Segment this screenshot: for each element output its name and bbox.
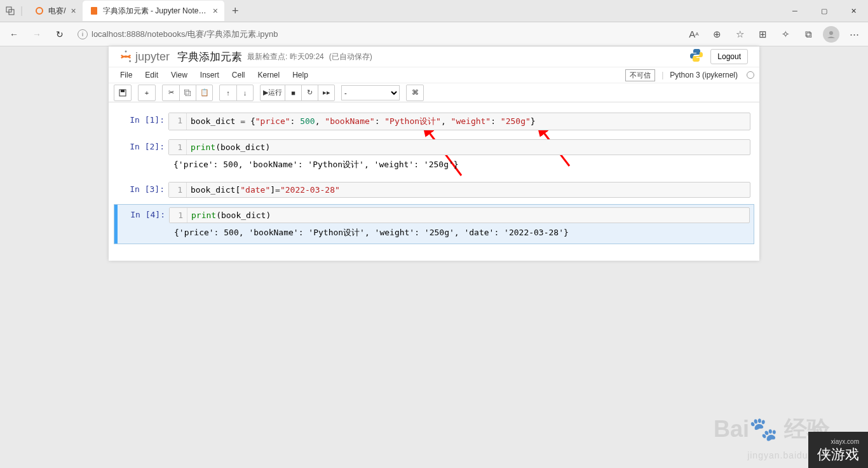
menu-help[interactable]: Help [286, 71, 315, 79]
cut-button[interactable]: ✂ [163, 85, 179, 100]
corner-badge-url: xiayx.com [817, 438, 859, 445]
close-icon[interactable]: × [213, 6, 218, 16]
browser-tab-2[interactable]: 字典添加元素 - Jupyter Noteboo × [83, 1, 224, 21]
cell-prompt: In [3]: [114, 182, 168, 194]
site-info-icon[interactable]: i [78, 29, 88, 39]
menu-kernel[interactable]: Kernel [252, 71, 287, 79]
close-icon[interactable]: × [71, 6, 76, 16]
save-button[interactable] [114, 85, 131, 100]
profile-avatar[interactable] [821, 24, 841, 45]
svg-rect-8 [121, 90, 125, 92]
url-host: localhost:8888 [92, 29, 145, 39]
jupyter-logo-text: jupyter [135, 50, 170, 64]
favorite-icon[interactable]: ☆ [729, 24, 750, 45]
toolbar: + ✂ ⿻ 📋 ↑ ↓ ▶ 运行 ■ ↻ ▸▸ - ⌘ [109, 83, 759, 102]
code-cell-4[interactable]: In [4]:1print(book_dict){'price': 500, '… [114, 204, 754, 244]
collections-icon[interactable]: ⧉ [798, 24, 818, 45]
jupyter-logo-icon [119, 50, 133, 64]
more-icon[interactable]: ⋯ [844, 24, 864, 45]
extensions-icon[interactable]: ⊞ [752, 24, 773, 45]
paste-button[interactable]: 📋 [196, 85, 212, 100]
command-palette-button[interactable]: ⌘ [407, 85, 423, 100]
code-cell-3[interactable]: In [3]:1book_dict["date"]="2022-03-28" [114, 179, 754, 200]
code-input[interactable]: 1book_dict = {"price": 500, "bookName": … [168, 113, 750, 130]
code-line[interactable]: print(book_dict) [187, 140, 274, 155]
menu-edit[interactable]: Edit [139, 71, 165, 79]
move-up-button[interactable]: ↑ [220, 85, 236, 100]
svg-point-5 [125, 50, 127, 52]
notebook-cells: In [1]:1book_dict = {"price": 500, "book… [109, 102, 759, 261]
svg-point-4 [829, 31, 833, 35]
cell-prompt: In [1]: [114, 113, 168, 125]
code-cell-2[interactable]: In [2]:1print(book_dict){'price': 500, '… [114, 137, 754, 176]
code-line[interactable]: book_dict = {"price": 500, "bookName": "… [187, 113, 539, 130]
line-number: 1 [169, 113, 187, 130]
kernel-status-icon [747, 71, 754, 79]
menu-insert[interactable]: Insert [194, 71, 226, 79]
run-button[interactable]: ▶ 运行 [261, 85, 285, 100]
jupyter-logo[interactable]: jupyter [119, 50, 170, 64]
python-logo-icon [689, 48, 704, 65]
text-size-icon[interactable]: AA [684, 24, 704, 45]
code-input[interactable]: 1print(book_dict) [168, 139, 750, 155]
address-bar[interactable]: i localhost:8888 /notebooks/电赛/字典添加元素.ip… [72, 25, 681, 43]
line-number: 1 [169, 182, 187, 197]
svg-point-2 [36, 8, 43, 14]
tab-title: 电赛/ [48, 6, 65, 17]
cell-output: {'price': 500, 'bookName': 'Python设计', '… [114, 224, 754, 241]
tab-title: 字典添加元素 - Jupyter Noteboo [103, 6, 208, 17]
back-button[interactable]: ← [4, 24, 24, 45]
jupyter-header: jupyter 字典添加元素 最新检查点: 昨天09:24 (已自动保存) Lo… [109, 46, 759, 67]
browser-toolbar: ← → ↻ i localhost:8888 /notebooks/电赛/字典添… [0, 22, 868, 46]
line-number: 1 [169, 140, 187, 155]
line-number: 1 [170, 208, 187, 223]
restart-button[interactable]: ↻ [301, 85, 318, 100]
copy-button[interactable]: ⿻ [179, 85, 196, 100]
browser-tab-strip: | 电赛/ × 字典添加元素 - Jupyter Noteboo × + ─ ▢… [0, 0, 868, 22]
notebook-name[interactable]: 字典添加元素 [177, 50, 242, 64]
code-line[interactable]: book_dict["date"]="2022-03-28" [187, 182, 344, 197]
move-down-button[interactable]: ↓ [236, 85, 253, 100]
stop-button[interactable]: ■ [285, 85, 301, 100]
add-cell-button[interactable]: + [139, 85, 155, 100]
menu-file[interactable]: File [114, 71, 139, 79]
svg-rect-3 [91, 7, 97, 15]
corner-badge: xiayx.com 侠游戏 [808, 432, 868, 468]
refresh-button[interactable]: ↻ [50, 24, 70, 45]
fast-forward-button[interactable]: ▸▸ [318, 85, 334, 100]
notebook-favicon-icon [89, 6, 99, 16]
browser-tab-1[interactable]: 电赛/ × [28, 1, 83, 21]
tab-actions-icon[interactable] [5, 6, 15, 16]
url-path: /notebooks/电赛/字典添加元素.ipynb [145, 29, 278, 40]
cell-prompt: In [2]: [114, 139, 168, 151]
menu-view[interactable]: View [165, 71, 194, 79]
code-line[interactable]: print(book_dict) [187, 208, 275, 223]
cell-type-select[interactable]: - [341, 85, 400, 100]
kernel-name[interactable]: Python 3 (ipykernel) [670, 71, 738, 79]
code-cell-1[interactable]: In [1]:1book_dict = {"price": 500, "book… [114, 110, 754, 133]
corner-badge-text: 侠游戏 [817, 446, 859, 462]
code-input[interactable]: 1book_dict["date"]="2022-03-28" [168, 182, 750, 198]
close-window-button[interactable]: ✕ [839, 0, 868, 22]
maximize-button[interactable]: ▢ [810, 0, 839, 22]
cell-output: {'price': 500, 'bookName': 'Python设计', '… [114, 156, 754, 173]
new-tab-button[interactable]: + [224, 4, 247, 18]
zoom-icon[interactable]: ⊕ [707, 24, 727, 45]
logout-button[interactable]: Logout [710, 49, 748, 64]
menubar: File Edit View Insert Cell Kernel Help 不… [109, 67, 759, 83]
code-input[interactable]: 1print(book_dict) [169, 207, 750, 223]
jupyter-favicon-icon [34, 6, 44, 16]
minimize-button[interactable]: ─ [780, 0, 810, 22]
svg-point-6 [129, 60, 131, 62]
favorites-bar-icon[interactable]: ✧ [775, 24, 796, 45]
autosave-status: (已自动保存) [329, 52, 372, 62]
cell-prompt: In [4]: [114, 207, 169, 219]
forward-button[interactable]: → [27, 24, 47, 45]
trusted-indicator[interactable]: 不可信 [625, 69, 655, 81]
checkpoint-label: 最新检查点: 昨天09:24 [247, 52, 324, 62]
menu-cell[interactable]: Cell [226, 71, 252, 79]
